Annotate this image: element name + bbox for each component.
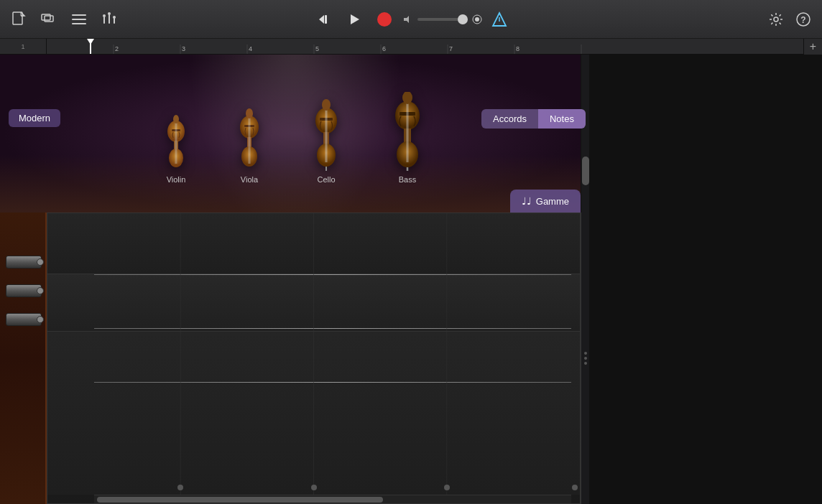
metronome-icon[interactable] bbox=[489, 9, 509, 29]
svg-rect-6 bbox=[103, 17, 105, 24]
timeline-ruler[interactable]: 2 3 4 5 6 7 8 bbox=[47, 39, 803, 54]
svg-point-17 bbox=[475, 17, 479, 22]
main-content: Modern Accords Notes bbox=[0, 55, 822, 504]
h-scrollbar-thumb[interactable] bbox=[97, 497, 383, 503]
guitar-body-side bbox=[0, 213, 47, 504]
resize-handle-icon bbox=[581, 347, 589, 369]
rewind-button[interactable] bbox=[313, 8, 336, 31]
resize-handle[interactable] bbox=[581, 213, 589, 504]
track-row-3[interactable] bbox=[47, 332, 580, 495]
tuner-peg-2[interactable] bbox=[6, 284, 42, 297]
toolbar: ? bbox=[0, 0, 822, 39]
volume-slider[interactable] bbox=[417, 18, 468, 21]
cello-label: Cello bbox=[317, 175, 335, 184]
instrument-violin[interactable]: Violin bbox=[162, 113, 190, 184]
svg-point-54 bbox=[322, 99, 331, 111]
svg-point-38 bbox=[173, 115, 179, 123]
toolbar-center bbox=[313, 8, 509, 31]
tab-notes[interactable]: Notes bbox=[538, 109, 586, 129]
timeline-mark-6: 6 bbox=[382, 45, 386, 52]
document-icon[interactable] bbox=[9, 9, 29, 29]
instrument-cello[interactable]: Cello bbox=[308, 99, 344, 184]
toolbar-right: ? bbox=[766, 9, 813, 29]
tuner-peg-1[interactable] bbox=[6, 256, 42, 269]
guitar-area bbox=[0, 213, 589, 504]
cello-icon bbox=[308, 99, 344, 171]
svg-point-11 bbox=[113, 16, 116, 19]
list-icon[interactable] bbox=[69, 9, 89, 29]
timeline-mark-8: 8 bbox=[516, 45, 519, 52]
violin-icon bbox=[162, 113, 190, 171]
tab-accords[interactable]: Accords bbox=[481, 109, 538, 129]
fret-dot-3 bbox=[444, 485, 450, 490]
right-panel bbox=[589, 55, 822, 504]
timeline-label: 1 bbox=[21, 43, 24, 50]
timeline-mark-4: 4 bbox=[249, 45, 252, 52]
play-button[interactable] bbox=[343, 8, 366, 31]
scrollbar-thumb[interactable] bbox=[582, 157, 589, 185]
svg-point-9 bbox=[103, 14, 106, 17]
svg-rect-7 bbox=[108, 14, 110, 24]
svg-point-69 bbox=[584, 357, 587, 360]
svg-rect-3 bbox=[72, 14, 86, 16]
mixer-icon[interactable] bbox=[99, 9, 119, 29]
svg-point-68 bbox=[584, 352, 587, 355]
gamme-button[interactable]: ♩♩ Gamme bbox=[510, 190, 581, 213]
svg-text:?: ? bbox=[800, 15, 805, 25]
svg-rect-4 bbox=[72, 19, 86, 20]
bass-label: Bass bbox=[399, 175, 416, 184]
track-row-2[interactable] bbox=[47, 274, 580, 332]
svg-point-20 bbox=[774, 17, 778, 22]
timeline-mark-3: 3 bbox=[182, 45, 185, 52]
svg-point-70 bbox=[584, 362, 587, 365]
toolbar-left bbox=[9, 9, 119, 29]
settings-icon[interactable] bbox=[766, 9, 786, 29]
playhead bbox=[90, 39, 91, 54]
fret-dot-1 bbox=[177, 485, 183, 490]
viola-label: Viola bbox=[241, 175, 258, 184]
instruments-row: Violin bbox=[0, 92, 589, 184]
svg-marker-12 bbox=[319, 15, 324, 24]
svg-rect-1 bbox=[42, 14, 50, 20]
record-circle bbox=[377, 12, 392, 27]
instrument-viola[interactable]: Viola bbox=[234, 108, 265, 184]
help-icon[interactable]: ? bbox=[793, 9, 813, 29]
svg-rect-8 bbox=[114, 18, 115, 24]
volume-icon bbox=[472, 14, 482, 24]
record-button[interactable] bbox=[373, 8, 396, 31]
fret-dot-2 bbox=[311, 485, 317, 490]
track-row-1[interactable] bbox=[47, 213, 580, 274]
string-line-3 bbox=[94, 382, 571, 383]
viola-icon bbox=[234, 108, 265, 171]
svg-marker-15 bbox=[404, 16, 409, 23]
svg-rect-13 bbox=[325, 15, 327, 24]
fret-dot-4 bbox=[572, 485, 578, 490]
volume-control[interactable] bbox=[403, 14, 482, 24]
ruler-ticks bbox=[47, 39, 803, 54]
violin-label: Violin bbox=[167, 175, 186, 184]
svg-rect-2 bbox=[45, 16, 53, 22]
tuner-peg-3[interactable] bbox=[6, 313, 42, 326]
volume-low-icon bbox=[403, 14, 413, 24]
h-scrollbar[interactable] bbox=[94, 495, 571, 503]
string-line-1 bbox=[94, 274, 571, 275]
svg-marker-14 bbox=[351, 14, 359, 24]
modern-badge[interactable]: Modern bbox=[9, 109, 60, 127]
svg-point-46 bbox=[246, 108, 253, 118]
guitar-neck bbox=[47, 213, 581, 504]
string-line-2 bbox=[94, 328, 571, 329]
timeline-mark-7: 7 bbox=[449, 45, 453, 52]
timeline-mark-5: 5 bbox=[315, 45, 319, 52]
svg-point-10 bbox=[108, 12, 111, 15]
timeline-mark-2: 2 bbox=[115, 45, 119, 52]
instrument-area: Violin bbox=[0, 55, 589, 213]
layers-icon[interactable] bbox=[39, 9, 59, 29]
svg-rect-5 bbox=[72, 23, 86, 24]
add-section-button[interactable]: + bbox=[803, 39, 822, 55]
gamme-notes-icon: ♩♩ bbox=[522, 195, 532, 207]
timeline-bar[interactable]: 1 2 3 4 5 6 7 8 + bbox=[0, 39, 822, 55]
instrument-scrollbar[interactable] bbox=[581, 55, 589, 213]
tabs-overlay: Accords Notes bbox=[481, 109, 586, 129]
instrument-bass[interactable]: Bass bbox=[387, 92, 428, 184]
bass-icon bbox=[387, 92, 428, 171]
